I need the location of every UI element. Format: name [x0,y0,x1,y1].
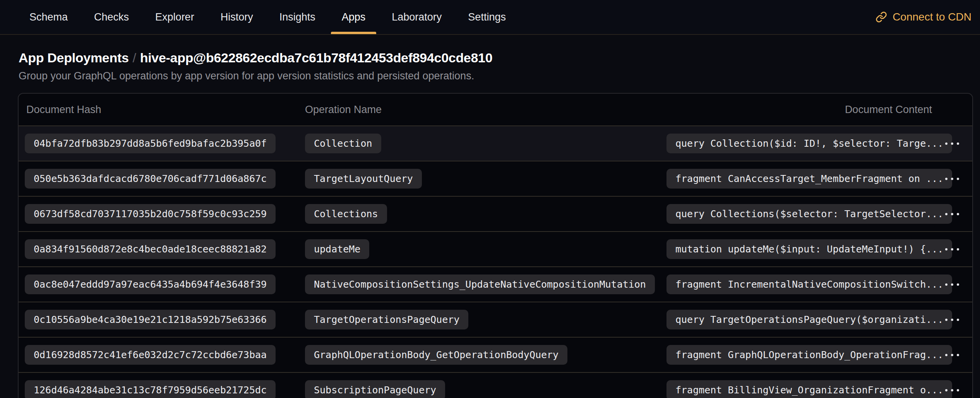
document-content: fragment IncrementalNativeCompositionSwi… [666,274,952,294]
operation-name: NativeCompositionSettings_UpdateNativeCo… [305,274,655,294]
document-content: query TargetOperationsPageQuery($organiz… [666,310,952,329]
operation-name: SubscriptionPageQuery [305,380,445,398]
document-content: mutation updateMe($input: UpdateMeInput!… [666,239,952,259]
document-content: query Collections($selector: TargetSelec… [666,204,952,224]
row-menu-button[interactable] [938,344,966,366]
document-hash: 0d16928d8572c41ef6e032d2c7c72ccbd6e73baa [25,345,276,365]
tab-schema[interactable]: Schema [16,0,81,34]
operation-name: TargetOperationsPageQuery [305,310,468,329]
table-header-row: Document Hash Operation Name Document Co… [19,94,972,125]
tab-settings[interactable]: Settings [455,0,519,34]
ellipsis-icon [945,283,959,286]
document-content: fragment CanAccessTarget_MemberFragment … [666,169,952,189]
document-hash: 0ac8e047eddd97a97eac6435a4b694f4e3648f39 [25,274,276,294]
row-menu-button[interactable] [938,203,966,225]
connect-to-cdn-button[interactable]: Connect to CDN [875,0,971,34]
link-icon [875,11,887,23]
document-hash: 0673df58cd7037117035b2d0c758f59c0c93c259 [25,204,276,224]
page-title-app-name: hive-app@b622862ecdba7c61b78f412453def89… [140,50,493,65]
table-body: 04bfa72dfb83b297dd8a5b6fed9bafac2b395a0f… [19,125,972,398]
table-row: 0d16928d8572c41ef6e032d2c7c72ccbd6e73baa… [19,337,972,372]
nav-tabs: Schema Checks Explorer History Insights … [16,0,519,34]
row-menu-button[interactable] [938,133,966,154]
column-header-document-hash: Document Hash [19,104,299,116]
breadcrumb-app-deployments: App Deployments [19,50,129,65]
operation-name: Collection [305,134,381,153]
ellipsis-icon [945,248,959,250]
tab-apps[interactable]: Apps [329,0,379,34]
table-row: 0a834f91560d872e8c4bec0ade18ceec88821a82… [19,231,972,266]
document-content: fragment BillingView_OrganizationFragmen… [666,380,952,398]
tab-explorer[interactable]: Explorer [142,0,207,34]
page-subtitle: Group your GraphQL operations by app ver… [19,70,961,82]
ellipsis-icon [945,389,959,391]
ellipsis-icon [945,319,959,321]
row-menu-button[interactable] [938,168,966,190]
ellipsis-icon [945,354,959,356]
column-header-operation-name: Operation Name [299,104,666,116]
operation-name: TargetLayoutQuery [305,169,422,189]
table-row: 04bfa72dfb83b297dd8a5b6fed9bafac2b395a0f… [19,125,972,161]
document-hash: 050e5b363dafdcacd6780e706cadf771d06a867c [25,169,276,189]
table-row: 0ac8e047eddd97a97eac6435a4b694f4e3648f39… [19,266,972,302]
document-hash: 0a834f91560d872e8c4bec0ade18ceec88821a82 [25,239,276,259]
tab-insights[interactable]: Insights [266,0,329,34]
table-row: 0c10556a9be4ca30e19e21c1218a592b75e63366… [19,302,972,337]
connect-to-cdn-label: Connect to CDN [893,11,971,23]
page-header: App Deployments/hive-app@b622862ecdba7c6… [0,35,980,82]
table-row: 126d46a4284abe31c13c78f7959d56eeb21725dc… [19,372,972,398]
table-row: 0673df58cd7037117035b2d0c758f59c0c93c259… [19,196,972,231]
operation-name: Collections [305,204,387,224]
operation-name: GraphQLOperationBody_GetOperationBodyQue… [305,345,567,365]
tab-checks[interactable]: Checks [81,0,142,34]
top-nav: Schema Checks Explorer History Insights … [0,0,980,35]
tab-laboratory[interactable]: Laboratory [379,0,455,34]
breadcrumb: App Deployments/hive-app@b622862ecdba7c6… [19,50,961,65]
deployed-documents-table: Document Hash Operation Name Document Co… [18,93,973,398]
document-hash: 126d46a4284abe31c13c78f7959d56eeb21725dc [25,380,276,398]
tab-history[interactable]: History [207,0,266,34]
document-content: query Collection($id: ID!, $selector: Ta… [666,134,952,153]
row-menu-button[interactable] [938,274,966,295]
ellipsis-icon [945,213,959,215]
document-hash: 04bfa72dfb83b297dd8a5b6fed9bafac2b395a0f [25,134,276,153]
breadcrumb-separator: / [129,50,140,65]
ellipsis-icon [945,142,959,145]
row-menu-button[interactable] [938,238,966,260]
column-header-document-content: Document Content [666,104,932,116]
document-hash: 0c10556a9be4ca30e19e21c1218a592b75e63366 [25,310,276,329]
row-menu-button[interactable] [938,309,966,331]
ellipsis-icon [945,178,959,180]
document-content: fragment GraphQLOperationBody_OperationF… [666,345,952,365]
table-row: 050e5b363dafdcacd6780e706cadf771d06a867c… [19,161,972,196]
operation-name: updateMe [305,239,369,259]
row-menu-button[interactable] [938,379,966,398]
app-deployment-detail-page: App Deployments/hive-app@b622862ecdba7c6… [0,35,980,398]
